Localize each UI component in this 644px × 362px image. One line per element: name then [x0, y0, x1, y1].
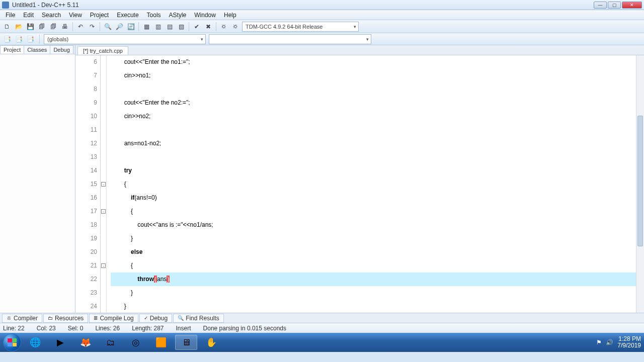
- toolbar-button[interactable]: ⛭: [230, 22, 240, 32]
- status-lines: Lines: 26: [95, 325, 120, 332]
- toolbar-button[interactable]: ⛭: [219, 22, 229, 32]
- toolbar-button[interactable]: 🔎: [114, 22, 124, 32]
- fold-toggle[interactable]: -: [101, 263, 106, 268]
- toolbar-button[interactable]: 🗐: [48, 22, 58, 32]
- left-tab-project[interactable]: Project: [0, 45, 24, 54]
- bottom-tab-compiler[interactable]: ⛭Compiler: [2, 314, 42, 323]
- left-tab-classes[interactable]: Classes: [24, 45, 50, 54]
- tray-clock[interactable]: 1:28 PM 7/9/2019: [617, 336, 641, 349]
- bottom-tab-find-results[interactable]: 🔍Find Results: [173, 314, 224, 323]
- left-tab-debug[interactable]: Debug: [50, 45, 73, 54]
- taskbar-firefox-icon[interactable]: 🦊: [74, 335, 97, 350]
- statusbar: Line: 22 Col: 23 Sel: 0 Lines: 26 Length…: [0, 323, 644, 333]
- bottom-tab-resources[interactable]: 🗀Resources: [43, 314, 88, 323]
- toolbar-button[interactable]: 🔄: [126, 22, 136, 32]
- toolbar-button[interactable]: ↷: [87, 22, 97, 32]
- separator: [39, 35, 40, 44]
- toolbar-button[interactable]: 💾: [25, 22, 35, 32]
- toolbar-button[interactable]: ▤: [165, 22, 175, 32]
- separator: [216, 22, 216, 31]
- menu-view[interactable]: View: [65, 11, 86, 20]
- toolbar-button[interactable]: ▧: [176, 22, 186, 32]
- close-button[interactable]: ✕: [622, 2, 642, 9]
- toolbar-button[interactable]: 📑: [14, 34, 24, 44]
- status-line: Line: 22: [3, 325, 25, 332]
- toolbar-button[interactable]: 📑: [25, 34, 35, 44]
- menu-project[interactable]: Project: [87, 11, 112, 20]
- class-combo[interactable]: [209, 34, 371, 44]
- compiler-combo[interactable]: TDM-GCC 4.9.2 64-bit Release: [242, 22, 359, 32]
- workspace: ProjectClassesDebug [*] try_catch.cpp 67…: [0, 45, 644, 313]
- find-results-icon: 🔍: [178, 315, 184, 321]
- fold-toggle[interactable]: -: [101, 182, 106, 187]
- status-col: Col: 23: [37, 325, 56, 332]
- menu-edit[interactable]: Edit: [20, 11, 37, 20]
- menu-window[interactable]: Window: [191, 11, 219, 20]
- bottom-tab-debug[interactable]: ✓Debug: [139, 314, 172, 323]
- menu-help[interactable]: Help: [220, 11, 240, 20]
- file-tabs: [*] try_catch.cpp: [75, 45, 644, 55]
- vertical-scrollbar[interactable]: [636, 55, 644, 313]
- code-editor[interactable]: 6789101112131415161718192021222324 --- c…: [75, 55, 644, 313]
- toolbar-button[interactable]: 📑: [2, 34, 12, 44]
- separator: [72, 22, 73, 31]
- compile-log-icon: ≣: [94, 315, 98, 321]
- scrollbar-thumb[interactable]: [637, 116, 643, 246]
- taskbar-ie-icon[interactable]: 🌐: [24, 335, 46, 350]
- taskbar-devcpp-icon[interactable]: 🖥: [175, 335, 197, 350]
- taskbar-chrome-icon[interactable]: ◎: [125, 335, 147, 350]
- bottom-tab-compile-log[interactable]: ≣Compile Log: [89, 314, 138, 323]
- globals-combo[interactable]: (globals): [44, 34, 206, 44]
- fold-toggle[interactable]: -: [101, 209, 106, 214]
- titlebar: Untitled1 - Dev-C++ 5.11 — ▢ ✕: [0, 0, 644, 10]
- code-content[interactable]: cout<<"Enter the no1:="; cin>>no1; cout<…: [107, 55, 644, 313]
- left-tabs: ProjectClassesDebug: [0, 45, 75, 54]
- secondary-toolbar: 📑📑📑 (globals): [0, 33, 644, 45]
- toolbar-button[interactable]: 🔍: [103, 22, 113, 32]
- menu-file[interactable]: File: [2, 11, 19, 20]
- fold-gutter[interactable]: ---: [101, 55, 107, 313]
- app-icon: [2, 2, 9, 9]
- resources-icon: 🗀: [48, 315, 53, 321]
- window-title: Untitled1 - Dev-C++ 5.11: [12, 2, 594, 9]
- debug-icon: ✓: [144, 315, 148, 321]
- bottom-tab-label: Debug: [150, 315, 168, 322]
- tray-flag-icon[interactable]: ⚑: [596, 339, 602, 346]
- separator: [100, 22, 100, 31]
- tray-date: 7/9/2019: [617, 342, 641, 349]
- left-panel: ProjectClassesDebug: [0, 45, 75, 313]
- bottom-tab-label: Find Results: [186, 315, 219, 322]
- menu-astyle[interactable]: AStyle: [166, 11, 190, 20]
- taskbar-explorer-icon[interactable]: 🗂: [100, 335, 122, 350]
- toolbar-button[interactable]: ✔: [192, 22, 202, 32]
- taskbar[interactable]: 🌐 ▶ 🦊 🗂 ◎ 🟧 🖥 ✋ ⚑ 🔊 1:28 PM 7/9/2019: [0, 333, 644, 352]
- file-tab[interactable]: [*] try_catch.cpp: [77, 46, 128, 55]
- menubar: FileEditSearchViewProjectExecuteToolsASt…: [0, 10, 644, 20]
- toolbar-button[interactable]: 🗐: [37, 22, 47, 32]
- menu-execute[interactable]: Execute: [113, 11, 142, 20]
- editor-zone: [*] try_catch.cpp 6789101112131415161718…: [75, 45, 644, 313]
- start-button[interactable]: [3, 333, 21, 351]
- toolbar-button[interactable]: 🗋: [2, 22, 12, 32]
- taskbar-media-icon[interactable]: ▶: [49, 335, 71, 350]
- toolbar-button[interactable]: ▦: [141, 22, 151, 32]
- separator: [189, 22, 189, 31]
- toolbar-button[interactable]: 📂: [14, 22, 24, 32]
- taskbar-other-icon[interactable]: ✋: [200, 335, 222, 350]
- status-parse: Done parsing in 0.015 seconds: [203, 325, 286, 332]
- maximize-button[interactable]: ▢: [608, 2, 621, 9]
- taskbar-app-icon[interactable]: 🟧: [150, 335, 172, 350]
- menu-tools[interactable]: Tools: [143, 11, 165, 20]
- toolbar-button[interactable]: ▥: [153, 22, 163, 32]
- bottom-tab-label: Compile Log: [100, 315, 133, 322]
- toolbar-button[interactable]: 🖶: [60, 22, 70, 32]
- toolbar-button[interactable]: ↶: [75, 22, 86, 32]
- separator: [138, 22, 139, 31]
- line-gutter: 6789101112131415161718192021222324: [75, 55, 101, 313]
- menu-search[interactable]: Search: [38, 11, 64, 20]
- toolbar-button[interactable]: ✖: [203, 22, 213, 32]
- tray-speaker-icon[interactable]: 🔊: [606, 339, 613, 346]
- project-tree[interactable]: [0, 54, 75, 313]
- minimize-button[interactable]: —: [594, 2, 607, 9]
- system-tray[interactable]: ⚑ 🔊 1:28 PM 7/9/2019: [596, 336, 641, 349]
